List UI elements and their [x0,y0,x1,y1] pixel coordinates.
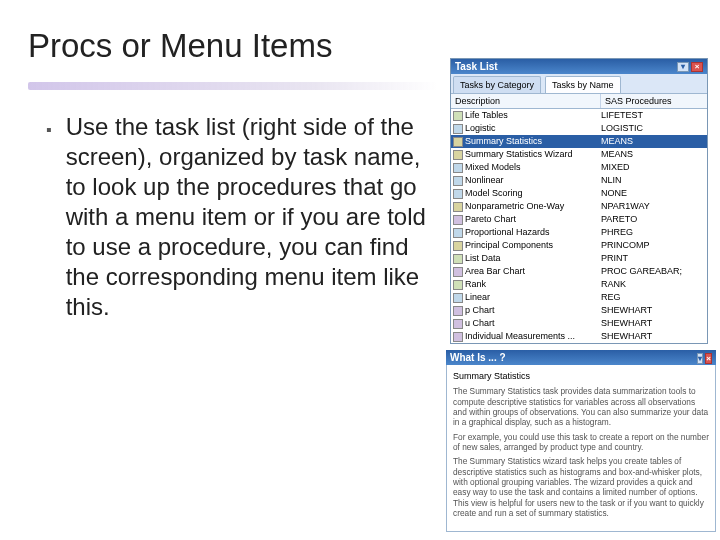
dropdown-icon[interactable]: ▾ [677,62,689,72]
task-desc: Model Scoring [465,187,601,200]
task-list-panel: Task List ▾ × Tasks by Category Tasks by… [450,58,708,344]
task-desc: Logistic [465,122,601,135]
task-proc: PHREG [601,226,707,239]
whatis-window-buttons: ▾ × [697,352,712,363]
task-row[interactable]: Proportional HazardsPHREG [451,226,707,239]
task-icon [451,187,465,200]
task-icon [451,226,465,239]
task-row[interactable]: RankRANK [451,278,707,291]
bullet-marker: ▪ [46,112,52,322]
task-icon [451,304,465,317]
col-desc[interactable]: Description [451,94,601,108]
task-icon [451,291,465,304]
task-proc: LOGISTIC [601,122,707,135]
task-row[interactable]: u ChartSHEWHART [451,317,707,330]
task-row[interactable]: LinearREG [451,291,707,304]
task-desc: Area Bar Chart [465,265,601,278]
task-row[interactable]: Area Bar ChartPROC GAREABAR; [451,265,707,278]
close-icon[interactable]: × [691,62,703,72]
bullet-text: Use the task list (right side of the scr… [66,112,438,322]
task-row[interactable]: Life TablesLIFETEST [451,109,707,122]
task-icon [451,122,465,135]
task-desc: Summary Statistics Wizard [465,148,601,161]
task-row[interactable]: Mixed ModelsMIXED [451,161,707,174]
task-icon [451,161,465,174]
task-proc: NPAR1WAY [601,200,707,213]
task-desc: Proportional Hazards [465,226,601,239]
task-proc: SHEWHART [601,317,707,330]
task-icon [451,239,465,252]
task-row[interactable]: Individual Measurements ...SHEWHART [451,330,707,343]
task-desc: p Chart [465,304,601,317]
task-proc: NLIN [601,174,707,187]
whatis-p2: For example, you could use this task to … [453,432,709,453]
task-row[interactable]: LogisticLOGISTIC [451,122,707,135]
task-row[interactable]: NonlinearNLIN [451,174,707,187]
task-desc: Summary Statistics [465,135,601,148]
task-desc: List Data [465,252,601,265]
task-icon [451,135,465,148]
whatis-p3: The Summary Statistics wizard task helps… [453,456,709,518]
task-proc: PROC GAREABAR; [601,265,707,278]
task-desc: Rank [465,278,601,291]
bullet-item: ▪ Use the task list (right side of the s… [28,112,438,322]
task-icon [451,252,465,265]
task-proc: LIFETEST [601,109,707,122]
task-proc: PRINT [601,252,707,265]
task-proc: SHEWHART [601,330,707,343]
task-desc: Nonparametric One-Way [465,200,601,213]
task-desc: u Chart [465,317,601,330]
task-desc: Mixed Models [465,161,601,174]
task-icon [451,278,465,291]
task-icon [451,330,465,343]
whatis-p1: The Summary Statistics task provides dat… [453,386,709,427]
whatis-title: What Is ... ? [450,352,506,363]
task-proc: MIXED [601,161,707,174]
task-rows: Life TablesLIFETESTLogisticLOGISTICSumma… [451,109,707,343]
title-underline [28,82,438,90]
task-desc: Individual Measurements ... [465,330,601,343]
task-row[interactable]: Summary StatisticsMEANS [451,135,707,148]
task-proc: PRINCOMP [601,239,707,252]
task-list-title: Task List [455,61,498,72]
task-proc: SHEWHART [601,304,707,317]
task-row[interactable]: Pareto ChartPARETO [451,213,707,226]
slide-title: Procs or Menu Items [28,28,438,64]
window-buttons: ▾ × [677,62,703,72]
list-header: Description SAS Procedures [451,94,707,109]
task-proc: NONE [601,187,707,200]
task-desc: Linear [465,291,601,304]
whatis-body: Summary Statistics The Summary Statistic… [446,365,716,532]
task-icon [451,317,465,330]
task-desc: Life Tables [465,109,601,122]
task-icon [451,174,465,187]
task-desc: Nonlinear [465,174,601,187]
task-proc: MEANS [601,148,707,161]
tab-by-category[interactable]: Tasks by Category [453,76,541,93]
task-row[interactable]: Principal ComponentsPRINCOMP [451,239,707,252]
task-proc: RANK [601,278,707,291]
task-row[interactable]: Nonparametric One-WayNPAR1WAY [451,200,707,213]
task-row[interactable]: Summary Statistics WizardMEANS [451,148,707,161]
task-icon [451,148,465,161]
task-icon [451,109,465,122]
task-row[interactable]: p ChartSHEWHART [451,304,707,317]
dropdown-icon[interactable]: ▾ [697,353,703,364]
whatis-subject: Summary Statistics [453,371,709,382]
close-icon[interactable]: × [705,353,712,364]
col-proc[interactable]: SAS Procedures [601,94,707,108]
task-icon [451,200,465,213]
task-row[interactable]: List DataPRINT [451,252,707,265]
task-desc: Pareto Chart [465,213,601,226]
tab-by-name[interactable]: Tasks by Name [545,76,621,93]
task-proc: REG [601,291,707,304]
whatis-titlebar: What Is ... ? ▾ × [446,350,716,365]
task-list-titlebar: Task List ▾ × [451,59,707,74]
tabs: Tasks by Category Tasks by Name [451,74,707,94]
task-row[interactable]: Model ScoringNONE [451,187,707,200]
task-proc: PARETO [601,213,707,226]
task-desc: Principal Components [465,239,601,252]
task-icon [451,265,465,278]
task-proc: MEANS [601,135,707,148]
task-icon [451,213,465,226]
